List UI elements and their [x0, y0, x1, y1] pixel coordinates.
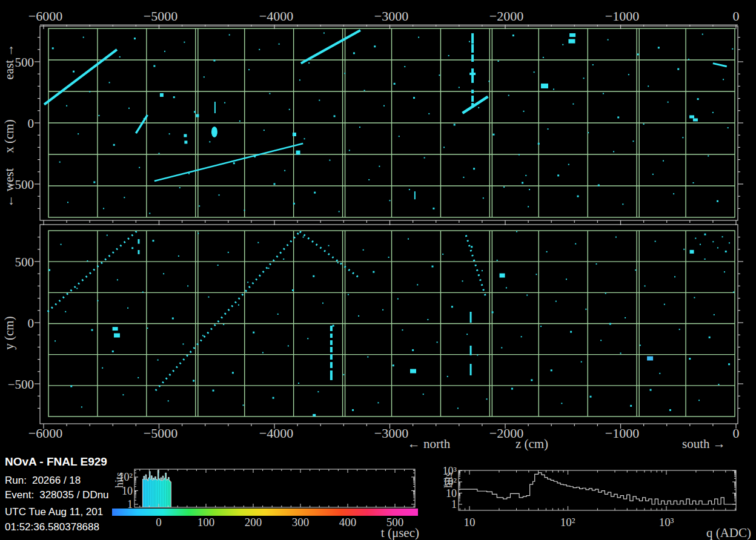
event-info-line: Event:328035 / DDnu [5, 489, 109, 501]
experiment-title: NOvA - FNAL E929 [5, 455, 107, 469]
north-direction-label: ← north [408, 436, 451, 451]
z-tick-label: −4000 [259, 8, 293, 24]
y-axis-title: y (cm) [2, 316, 16, 349]
t-hist-ytick: 10² [119, 471, 133, 483]
z-tick-label: −6000 [28, 426, 62, 441]
z-tick-label: −3000 [374, 426, 408, 441]
south-direction-label: south → [682, 436, 726, 451]
z-tick-label: −3000 [374, 8, 408, 24]
t-hist-xtick: 300 [292, 516, 310, 528]
t-hist-xlabel: t (μsec) [381, 525, 419, 540]
q-hist-ytick: 10 [446, 487, 457, 499]
yz-side-view-plot[interactable] [35, 225, 743, 429]
bottom-view-z-axis-labels: −6000 −5000 −4000 −3000 −2000 −1000 0 ← … [28, 426, 740, 451]
event-label: Event: [5, 489, 34, 501]
bottom-view-y-axis-labels: 500 0 −500 y (cm) [2, 255, 34, 392]
q-hist-xlabel: q (ADC) [706, 525, 751, 540]
z-tick-label: −2000 [489, 8, 523, 24]
utc-time-line: 01:52:36.580378688 [5, 521, 99, 533]
q-hist-labels: hits 10³ 10² 10 1 10 10² 10³ q (ADC) [442, 465, 751, 540]
z-tick-label: 0 [733, 8, 740, 24]
top-view-x-axis-labels: 500 0 −500 east → x (cm) ← west [2, 44, 34, 208]
z-axis-title: z (cm) [516, 436, 548, 451]
t-hist-xtick: 0 [156, 516, 162, 528]
time-histogram-plot[interactable] [112, 469, 418, 516]
q-hist-ytick: 10² [443, 476, 457, 488]
event-display-window: −6000 −5000 −4000 −3000 −2000 −1000 0 50… [0, 0, 756, 540]
utc-date-line: UTC Tue Aug 11, 201 [5, 506, 103, 518]
z-tick-label: −5000 [144, 8, 177, 24]
t-hist-xtick: 400 [339, 516, 357, 528]
t-hist-xtick: 100 [197, 516, 215, 528]
z-tick-label: −6000 [28, 8, 62, 24]
top-view-z-axis-labels: −6000 −5000 −4000 −3000 −2000 −1000 0 [28, 8, 740, 24]
q-hist-ytick: 10³ [443, 465, 457, 477]
run-info-line: Run:20266 / 18 [5, 475, 81, 487]
x-tick-label: 500 [15, 55, 35, 70]
z-tick-label: −1000 [605, 426, 639, 441]
run-value: 20266 / 18 [32, 475, 81, 486]
event-display-canvas: −6000 −5000 −4000 −3000 −2000 −1000 0 50… [0, 0, 756, 540]
y-tick-label: 0 [28, 316, 35, 331]
y-tick-label: 500 [15, 255, 35, 269]
q-hist-xtick: 10³ [659, 516, 674, 528]
x-tick-label: 0 [28, 116, 35, 131]
t-hist-xtick: 200 [245, 516, 262, 528]
z-tick-label: −4000 [259, 426, 293, 441]
z-tick-label: 0 [733, 426, 740, 441]
y-tick-label: −500 [8, 377, 34, 392]
charge-histogram-plot[interactable] [459, 470, 736, 510]
run-label: Run: [5, 475, 27, 486]
z-tick-label: −5000 [144, 426, 177, 441]
q-hist-xtick: 10 [464, 516, 476, 528]
x-axis-title: x (cm) [2, 119, 16, 153]
east-direction-label: east → [2, 44, 16, 80]
t-hist-ytick: 1 [127, 498, 133, 510]
q-hist-ytick: 1 [451, 498, 457, 510]
z-tick-label: −1000 [605, 8, 639, 24]
q-hist-xtick: 10² [560, 516, 575, 528]
t-hist-ytick: 10 [122, 485, 133, 497]
west-direction-label: ← west [2, 168, 16, 207]
event-value: 328035 / DDnu [39, 489, 108, 501]
xz-top-view-plot[interactable] [35, 25, 743, 225]
